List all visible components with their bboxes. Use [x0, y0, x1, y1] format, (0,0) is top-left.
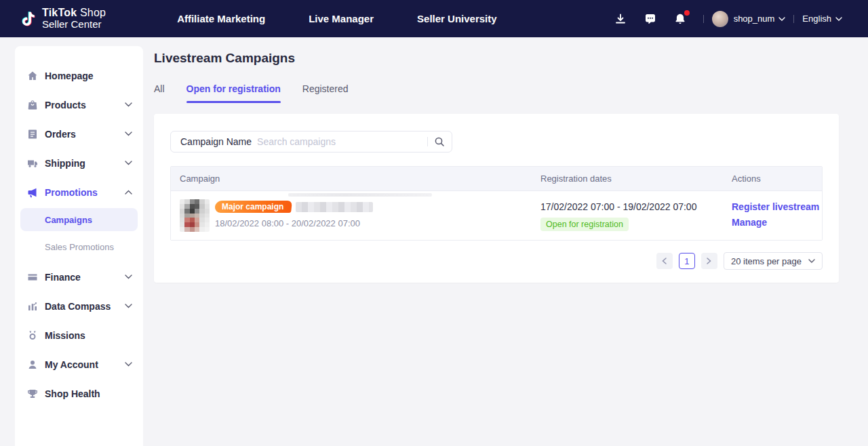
- major-campaign-badge: Major campaign: [215, 201, 292, 213]
- register-livestream-link[interactable]: Register livestream: [732, 201, 822, 212]
- sidebar-item-products[interactable]: Products: [15, 90, 143, 119]
- chevron-down-icon: [835, 17, 842, 21]
- home-icon: [27, 70, 38, 81]
- divider: [703, 15, 704, 23]
- divider: [793, 15, 794, 23]
- chevron-down-icon: [808, 259, 815, 263]
- tab-all[interactable]: All: [154, 83, 165, 103]
- nav-live-manager[interactable]: Live Manager: [309, 13, 374, 24]
- campaign-dates: 18/02/2022 08:00 - 20/02/2022 07:00: [215, 218, 373, 228]
- header-registration-dates: Registration dates: [532, 174, 723, 184]
- search-input[interactable]: [257, 136, 425, 147]
- divider: [427, 137, 428, 146]
- manage-link[interactable]: Manage: [732, 217, 822, 228]
- status-badge: Open for registration: [540, 218, 629, 231]
- chevron-down-icon: [125, 161, 132, 165]
- main-nav: Affiliate Marketing Live Manager Seller …: [177, 13, 496, 24]
- avatar[interactable]: [712, 11, 728, 27]
- products-icon: [27, 100, 38, 110]
- search-icon[interactable]: [434, 136, 445, 147]
- sidebar-item-shop-health[interactable]: Shop Health: [15, 379, 143, 408]
- campaign-search[interactable]: Campaign Name: [170, 131, 452, 153]
- sidebar-item-missions[interactable]: Missions: [15, 321, 143, 350]
- sidebar-item-my-account[interactable]: My Account: [15, 350, 143, 379]
- chevron-down-icon: [125, 131, 132, 136]
- sidebar-item-data-compass[interactable]: Data Compass: [15, 291, 143, 321]
- chevron-right-icon: [707, 258, 711, 264]
- campaigns-card: Campaign Name Campaign Registration date…: [154, 114, 839, 283]
- chevron-left-icon: [662, 258, 667, 264]
- nav-seller-university[interactable]: Seller University: [417, 13, 497, 24]
- sidebar-subitem-sales-promotions[interactable]: Sales Promotions: [20, 235, 138, 258]
- chevron-down-icon: [125, 362, 132, 367]
- sidebar: Homepage Products Orders Shipping Promot…: [15, 46, 143, 446]
- sidebar-subitem-campaigns[interactable]: Campaigns: [20, 208, 138, 231]
- top-navbar: TikTok Shop Seller Center Affiliate Mark…: [0, 0, 868, 37]
- sidebar-item-orders[interactable]: Orders: [15, 119, 143, 148]
- notification-dot: [684, 10, 690, 16]
- search-field-label: Campaign Name: [180, 136, 252, 147]
- bell-icon[interactable]: [674, 13, 686, 25]
- table-row: Major campaign 18/02/2022 08:00 - 20/02/…: [171, 191, 822, 240]
- logo-brand: TikTok Shop: [42, 7, 106, 19]
- finance-icon: [27, 272, 38, 283]
- chevron-down-icon: [125, 102, 132, 107]
- download-icon[interactable]: [614, 13, 627, 25]
- tab-open-for-registration[interactable]: Open for registration: [186, 83, 281, 103]
- sidebar-item-promotions[interactable]: Promotions: [15, 178, 143, 207]
- main-content: Livestream Campaigns All Open for regist…: [154, 46, 839, 283]
- nav-affiliate-marketing[interactable]: Affiliate Marketing: [177, 13, 265, 24]
- campaigns-table: Campaign Registration dates Actions Majo…: [170, 166, 823, 241]
- sidebar-item-shipping[interactable]: Shipping: [15, 148, 143, 178]
- tab-bar: All Open for registration Registered: [154, 83, 839, 103]
- shipping-icon: [27, 158, 38, 169]
- chevron-down-icon: [778, 17, 785, 21]
- tiktok-note-icon: [19, 8, 37, 28]
- shop-health-icon: [27, 388, 38, 399]
- header-actions: Actions: [723, 174, 822, 184]
- campaign-thumbnail: [180, 199, 210, 232]
- pagination: 1 20 items per page: [170, 252, 823, 270]
- chevron-up-icon: [125, 190, 132, 195]
- orders-icon: [27, 129, 38, 140]
- tab-registered[interactable]: Registered: [302, 83, 349, 103]
- campaign-name-redacted: [296, 202, 373, 212]
- registration-dates: 17/02/2022 07:00 - 19/02/2022 07:00: [540, 201, 723, 212]
- sidebar-item-finance[interactable]: Finance: [15, 262, 143, 291]
- chevron-down-icon: [125, 304, 132, 308]
- redacted-text: [288, 193, 432, 197]
- my-account-icon: [27, 359, 38, 370]
- prev-page-button[interactable]: [656, 253, 673, 269]
- table-header: Campaign Registration dates Actions: [171, 167, 822, 191]
- page-title: Livestream Campaigns: [154, 51, 839, 66]
- chevron-down-icon: [125, 275, 132, 279]
- promotions-icon: [27, 187, 38, 198]
- page-number-button[interactable]: 1: [679, 253, 695, 269]
- chat-icon[interactable]: [644, 13, 656, 25]
- page-size-select[interactable]: 20 items per page: [724, 252, 823, 270]
- user-menu[interactable]: shop_num: [734, 14, 786, 24]
- next-page-button[interactable]: [701, 253, 717, 269]
- sidebar-item-homepage[interactable]: Homepage: [15, 61, 143, 90]
- language-selector[interactable]: English: [802, 14, 842, 24]
- tiktok-shop-logo[interactable]: TikTok Shop Seller Center: [19, 7, 106, 31]
- data-compass-icon: [27, 301, 38, 312]
- logo-subtitle: Seller Center: [42, 19, 106, 31]
- missions-icon: [27, 330, 38, 341]
- header-campaign: Campaign: [171, 174, 532, 184]
